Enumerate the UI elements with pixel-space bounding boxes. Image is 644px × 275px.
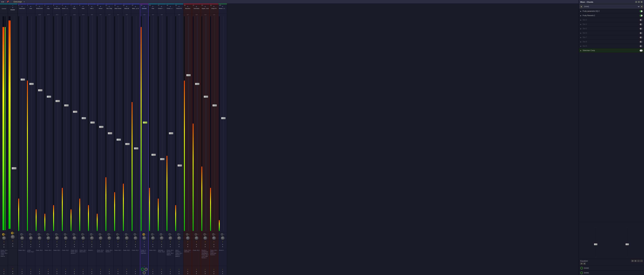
ch2-pan[interactable] (29, 236, 33, 240)
ch18-power[interactable]: ⏻ (168, 233, 171, 235)
fx-22-5[interactable]: Reverb 2 (201, 257, 209, 258)
channel-current-tri1[interactable]: ▲ (3, 243, 5, 245)
ch15-tri2[interactable]: ▲ (144, 246, 145, 247)
ch20-tri1[interactable]: ▲ (187, 243, 188, 245)
fx-15-2[interactable]: Sidechain Comp (140, 252, 148, 254)
ch21-route-up[interactable]: ↑ (196, 268, 197, 270)
ch17-route-tri2[interactable]: ▲ (161, 273, 162, 274)
ch17-route-tri1[interactable]: ▲ (161, 271, 162, 272)
channel-master-send[interactable]: ↑ (12, 239, 14, 242)
ch20-fader[interactable] (186, 74, 191, 76)
ch1-send-up[interactable]: ↑ (22, 240, 23, 243)
channel-current-send-up[interactable]: ↑ (4, 268, 4, 270)
ch1-fader[interactable] (21, 79, 25, 81)
ch8-tri2[interactable]: ▲ (82, 246, 84, 247)
toolbar-arrow-right-icon[interactable]: ▶ (3, 1, 4, 3)
plugin-sidechain[interactable]: ▶ Sidechain Comp (579, 48, 644, 53)
ch11-route-tri2[interactable]: ▲ (108, 273, 110, 274)
fx-19-1[interactable]: Reverb 2 (175, 251, 183, 252)
ch5-send-up[interactable]: ↑ (56, 240, 58, 243)
ch3-tri1[interactable]: ▲ (39, 243, 40, 245)
ch7-pan[interactable] (72, 236, 76, 240)
ch17-power[interactable]: ⏻ (160, 233, 162, 235)
plugin-sidechain-toggle[interactable] (640, 50, 643, 52)
ch18-tri1[interactable]: ▲ (170, 243, 171, 245)
ch5-tri1[interactable]: ▲ (56, 243, 58, 245)
ch15-tri1[interactable]: ▲ (144, 243, 145, 245)
ch125-tri2[interactable]: ▲ (222, 246, 224, 247)
ch13-fader[interactable] (125, 143, 130, 145)
preset-right-arrow[interactable]: ▶ (641, 5, 643, 8)
ch13-route-tri1[interactable]: ▲ (126, 271, 128, 272)
ch6-send-up[interactable]: ↑ (65, 240, 66, 243)
ch17-header[interactable]: 17 ≡ Chord + Pad (157, 4, 166, 14)
ch125-send-up[interactable]: ↑ (222, 240, 223, 243)
plugin-eq2-toggle[interactable] (640, 10, 643, 12)
ch11-fader[interactable] (108, 132, 112, 134)
ch3-route-tri2[interactable]: ▲ (39, 273, 40, 274)
ch7-tri1[interactable]: ▲ (74, 243, 75, 245)
ch9-power[interactable]: ⏻ (90, 233, 92, 235)
rp-fader-thumb[interactable] (594, 243, 598, 245)
win-close-btn[interactable]: ✕ (640, 1, 643, 3)
ch11-tri1[interactable]: ▲ (108, 243, 110, 245)
eq-btn-extra2[interactable]: ▶ (583, 262, 586, 264)
ch15-circle1[interactable] (141, 268, 144, 271)
channel-master-send-arrow[interactable]: ↑ (12, 267, 13, 270)
fx-14-0[interactable]: Param. EQ 2 (132, 249, 139, 251)
ch7-power[interactable]: ⏻ (72, 233, 75, 235)
fx-19-3[interactable]: Reverb 2 (175, 254, 183, 255)
ch19-power[interactable]: ⏻ (177, 233, 180, 235)
ch23-header[interactable]: 23 ≡ Chop FX (210, 4, 218, 14)
ch1-pan[interactable] (20, 236, 24, 240)
fx-10-1[interactable]: Stereo Enhancer (96, 251, 104, 252)
ch12-header[interactable]: 12 ≡ Beat Snare (114, 4, 122, 14)
ch20-route-tri2[interactable]: ▲ (187, 273, 188, 274)
fx-12-0[interactable]: Param. EQ 2 (114, 249, 122, 251)
fx-18-2[interactable]: Param. EQ 2 (166, 252, 174, 254)
plugin-reverb2-toggle[interactable] (640, 15, 643, 17)
fx-16-0[interactable]: Param. EQ 2 (149, 249, 157, 251)
fx-8-1[interactable]: Stereo Enhancer (79, 251, 87, 252)
ch1-tri1[interactable]: ▲ (21, 243, 23, 245)
ch15-fader[interactable] (143, 122, 147, 124)
ch5-route-tri1[interactable]: ▲ (56, 271, 58, 272)
ch19-route-tri2[interactable]: ▲ (178, 273, 180, 274)
toolbar-dropdown-icon[interactable]: ▼ (24, 1, 25, 3)
ch15-power[interactable]: ⏻ (142, 233, 145, 235)
ch23-fader[interactable] (212, 104, 217, 106)
eq-btn2[interactable]: ▶ (634, 260, 636, 262)
fx-current-1[interactable]: Param. EQ 2 (0, 249, 8, 251)
ch2-send-up[interactable]: ↑ (30, 240, 31, 243)
ch21-send-up[interactable]: ↑ (196, 240, 197, 243)
ch10-tri1[interactable]: ▲ (100, 243, 101, 245)
ch6-header[interactable]: 6 ≡ Noise...mbal (62, 4, 70, 14)
ch8-route-up[interactable]: ↑ (83, 268, 84, 270)
ch4-tri1[interactable]: ▲ (48, 243, 49, 245)
fx-22-2[interactable]: Soundgoodizer (201, 252, 209, 254)
ch3-power[interactable]: ⏻ (38, 233, 40, 235)
preset-left-arrow[interactable]: ◀ (580, 5, 582, 8)
win-maximize-btn[interactable]: □ (638, 1, 640, 3)
fx-19-2[interactable]: Param. EQ 2 (175, 252, 183, 254)
rp-fader-track[interactable] (595, 227, 596, 257)
send-indicator-2[interactable] (580, 271, 583, 274)
ch14-fader[interactable] (134, 147, 138, 149)
ch21-tri2[interactable]: ▲ (196, 246, 197, 247)
fx-125-0[interactable]: Reverb 2 (219, 249, 226, 251)
channel-master-power[interactable]: ⏻ (11, 232, 14, 234)
ch10-route-up[interactable]: ↑ (100, 268, 101, 270)
fx-4-0[interactable]: Param. EQ 2 (44, 249, 52, 251)
rp-fader-track2[interactable] (627, 227, 628, 257)
ch21-route-tri2[interactable]: ▲ (196, 273, 197, 274)
ch11-power[interactable]: ⏻ (108, 233, 110, 235)
ch23-tri2[interactable]: ▲ (213, 246, 215, 247)
plugin-slot4[interactable]: ▶ Slot 4 (579, 22, 644, 27)
ch16-tri1[interactable]: ▲ (152, 243, 154, 245)
ch21-fader[interactable] (195, 83, 200, 85)
ch12-route-up[interactable]: ↑ (118, 268, 118, 270)
ch3-route-tri1[interactable]: ▲ (39, 271, 40, 272)
fx-9-0[interactable]: Reverb 2 (88, 249, 96, 251)
fx-22-1[interactable]: Compressor (201, 251, 209, 252)
channel-master-fader[interactable] (12, 167, 16, 169)
